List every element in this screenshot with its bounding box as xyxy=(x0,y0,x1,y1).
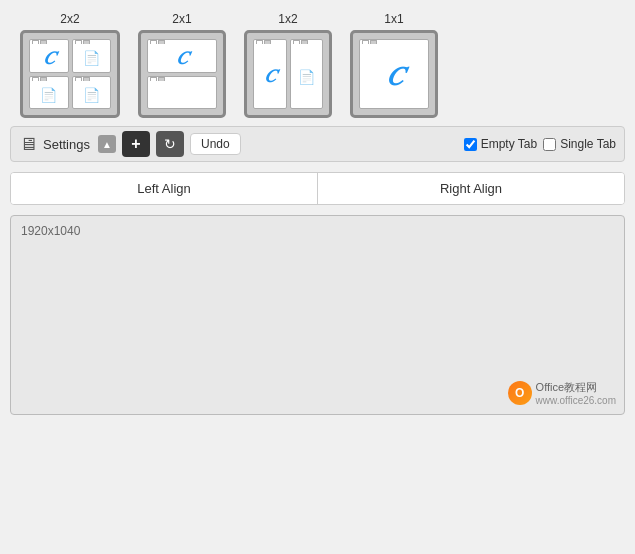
monitor-2x2[interactable]: 𝐶 📄 📄 📄 xyxy=(20,30,120,118)
grid-cell: 📄 xyxy=(290,39,324,109)
toolbar: 🖥 Settings ▲ + ↻ Undo Empty Tab Single T… xyxy=(10,126,625,162)
layout-label-2x2: 2x2 xyxy=(60,12,79,26)
single-tab-checkbox[interactable] xyxy=(543,138,556,151)
grid-1x1: 𝐶 xyxy=(359,39,429,109)
collapse-button[interactable]: ▲ xyxy=(98,135,116,153)
grid-1x2: 𝐶 📄 xyxy=(253,39,323,109)
watermark: O Office教程网 www.office26.com xyxy=(508,380,616,406)
watermark-url: www.office26.com xyxy=(536,395,616,406)
empty-tab-checkbox[interactable] xyxy=(464,138,477,151)
grid-cell: 𝐶 xyxy=(29,39,69,73)
settings-label: Settings xyxy=(43,137,90,152)
layout-label-1x2: 1x2 xyxy=(278,12,297,26)
watermark-text: Office教程网 www.office26.com xyxy=(536,380,616,406)
grid-cell: 📄 xyxy=(72,39,112,73)
monitor-icon: 🖥 xyxy=(19,134,37,155)
layout-option-1x1[interactable]: 1x1 𝐶 xyxy=(350,12,438,118)
grid-cell xyxy=(147,76,217,110)
monitor-1x1[interactable]: 𝐶 xyxy=(350,30,438,118)
plus-icon: + xyxy=(131,135,140,153)
doc-icon: 📄 xyxy=(83,87,100,103)
c-icon: 𝐶 xyxy=(386,61,403,92)
single-tab-group: Single Tab xyxy=(543,137,616,151)
single-tab-label: Single Tab xyxy=(560,137,616,151)
add-button[interactable]: + xyxy=(122,131,150,157)
c-icon: 𝐶 xyxy=(43,48,55,69)
doc-icon: 📄 xyxy=(40,87,57,103)
layout-label-1x1: 1x1 xyxy=(384,12,403,26)
right-align-button[interactable]: Right Align xyxy=(318,173,624,204)
grid-2x2: 𝐶 📄 📄 📄 xyxy=(29,39,111,109)
watermark-icon: O xyxy=(508,381,532,405)
monitor-1x2[interactable]: 𝐶 📄 xyxy=(244,30,332,118)
grid-cell: 𝐶 xyxy=(147,39,217,73)
doc-icon: 📄 xyxy=(298,69,315,85)
empty-tab-label: Empty Tab xyxy=(481,137,537,151)
c-icon: 𝐶 xyxy=(176,48,188,69)
watermark-site: Office教程网 xyxy=(536,380,616,395)
layout-label-2x1: 2x1 xyxy=(172,12,191,26)
grid-cell: 📄 xyxy=(29,76,69,110)
refresh-icon: ↻ xyxy=(164,136,176,152)
preview-area: 1920x1040 O Office教程网 www.office26.com xyxy=(10,215,625,415)
grid-2x1: 𝐶 xyxy=(147,39,217,109)
align-row: Left Align Right Align xyxy=(10,172,625,205)
layout-section: 2x2 𝐶 📄 📄 📄 xyxy=(0,0,635,118)
doc-icon: 📄 xyxy=(83,50,100,66)
monitor-2x1[interactable]: 𝐶 xyxy=(138,30,226,118)
grid-cell: 📄 xyxy=(72,76,112,110)
left-align-button[interactable]: Left Align xyxy=(11,173,318,204)
empty-tab-group: Empty Tab xyxy=(464,137,537,151)
layout-option-2x1[interactable]: 2x1 𝐶 xyxy=(138,12,226,118)
chevron-up-icon: ▲ xyxy=(102,139,112,150)
layout-option-2x2[interactable]: 2x2 𝐶 📄 📄 📄 xyxy=(20,12,120,118)
resolution-label: 1920x1040 xyxy=(21,224,80,238)
layout-option-1x2[interactable]: 1x2 𝐶 📄 xyxy=(244,12,332,118)
c-icon: 𝐶 xyxy=(264,66,276,87)
refresh-button[interactable]: ↻ xyxy=(156,131,184,157)
undo-button[interactable]: Undo xyxy=(190,133,241,155)
grid-cell: 𝐶 xyxy=(253,39,287,109)
grid-cell: 𝐶 xyxy=(359,39,429,109)
